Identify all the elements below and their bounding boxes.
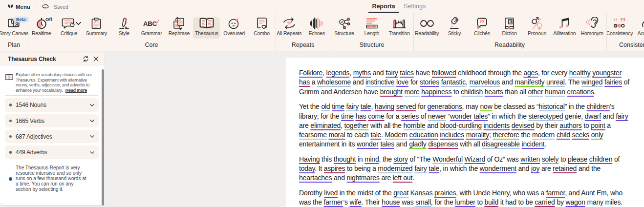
svg-text:ABC: ABC — [143, 20, 157, 27]
svg-text:D: D — [509, 20, 512, 24]
svg-text:mm: mm — [372, 25, 376, 28]
